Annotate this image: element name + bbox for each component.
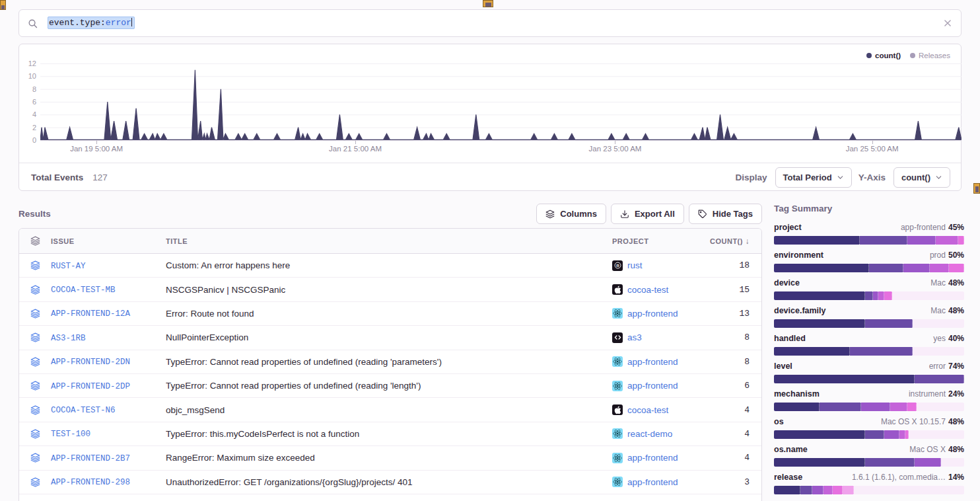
tag-bar-segment[interactable] bbox=[843, 486, 854, 494]
export-all-button[interactable]: Export All bbox=[611, 204, 684, 224]
tag-bar-segment[interactable] bbox=[865, 291, 873, 300]
tag-bar-segment[interactable] bbox=[774, 430, 865, 439]
tag-bar-segment[interactable] bbox=[820, 403, 861, 411]
column-header-project[interactable]: PROJECT bbox=[612, 237, 693, 245]
tag-distribution-bar[interactable] bbox=[774, 264, 964, 272]
tag-name: handled bbox=[774, 334, 806, 343]
legend-label: Releases bbox=[919, 52, 950, 59]
tag-bar-segment[interactable] bbox=[907, 236, 936, 245]
legend-item[interactable]: count() bbox=[866, 52, 901, 59]
tag-bar-segment[interactable] bbox=[869, 264, 903, 272]
column-header-title[interactable]: TITLE bbox=[166, 237, 612, 245]
project-link[interactable]: as3 bbox=[627, 332, 642, 342]
stack-icon bbox=[30, 477, 40, 487]
tag-bar-segment[interactable] bbox=[930, 264, 949, 272]
tag-bar-segment[interactable] bbox=[958, 236, 964, 245]
tag-bar-segment[interactable] bbox=[884, 291, 892, 300]
tag-bar-segment[interactable] bbox=[833, 486, 842, 494]
display-dropdown[interactable]: Total Period bbox=[775, 167, 852, 188]
tag-bar-segment[interactable] bbox=[774, 458, 865, 467]
tag-bar-segment[interactable] bbox=[878, 291, 884, 300]
tag-distribution-bar[interactable] bbox=[774, 458, 964, 467]
issue-link[interactable]: APP-FRONTEND-2B7 bbox=[51, 454, 130, 463]
search-bar[interactable]: event.type:error bbox=[18, 9, 962, 37]
tag-bar-segment[interactable] bbox=[850, 347, 913, 356]
issue-link[interactable]: COCOA-TEST-N6 bbox=[51, 406, 116, 415]
tag-distribution-bar[interactable] bbox=[774, 236, 964, 245]
tag-bar-segment[interactable] bbox=[915, 375, 964, 383]
table-row: APP-FRONTEND-2B7RangeError: Maximum size… bbox=[19, 446, 761, 470]
project-link[interactable]: app-frontend bbox=[627, 309, 678, 319]
event-count: 4 bbox=[693, 453, 761, 463]
tag-bar-segment[interactable] bbox=[865, 458, 915, 467]
column-header-issue[interactable]: ISSUE bbox=[51, 237, 166, 245]
tag-bar-segment[interactable] bbox=[884, 430, 899, 439]
tag-bar-segment[interactable] bbox=[890, 403, 907, 411]
results-table: ISSUETITLEPROJECTCOUNT() ↓RUST-AYCustom:… bbox=[18, 228, 762, 501]
tag-distribution-bar[interactable] bbox=[774, 291, 964, 300]
issue-link[interactable]: RUST-AY bbox=[51, 262, 86, 271]
tag-bar-segment[interactable] bbox=[774, 291, 865, 300]
tag-bar-segment[interactable] bbox=[774, 347, 850, 356]
table-row: APP-FRONTEND-298UnauthorizedError: GET /… bbox=[19, 471, 761, 494]
issue-link[interactable]: APP-FRONTEND-298 bbox=[51, 478, 130, 487]
tag-distribution-bar[interactable] bbox=[774, 319, 964, 328]
tag-distribution-bar[interactable] bbox=[774, 403, 964, 411]
project-link[interactable]: app-frontend bbox=[627, 357, 678, 367]
hide-tags-button[interactable]: Hide Tags bbox=[689, 204, 762, 224]
tag-bar-segment[interactable] bbox=[774, 486, 800, 494]
issue-link[interactable]: APP-FRONTEND-12A bbox=[51, 309, 130, 319]
close-icon[interactable] bbox=[943, 19, 952, 28]
tag-bar-segment[interactable] bbox=[907, 403, 917, 411]
project-link[interactable]: app-frontend bbox=[627, 381, 678, 391]
columns-button[interactable]: Columns bbox=[536, 204, 606, 224]
tag-distribution-bar[interactable] bbox=[774, 347, 964, 356]
tag-distribution-bar[interactable] bbox=[774, 430, 964, 439]
react-project-icon bbox=[612, 428, 623, 439]
tag-bar-segment[interactable] bbox=[865, 430, 884, 439]
tag-bar-segment[interactable] bbox=[903, 264, 930, 272]
issue-link[interactable]: AS3-1RB bbox=[51, 334, 86, 343]
tag-distribution-bar[interactable] bbox=[774, 486, 964, 494]
tag-bar-segment[interactable] bbox=[873, 291, 879, 300]
tag-bar-segment[interactable] bbox=[905, 430, 909, 439]
issue-link[interactable]: TEST-100 bbox=[51, 430, 90, 439]
tag-bar-segment[interactable] bbox=[800, 486, 812, 494]
tag-bar-segment[interactable] bbox=[812, 486, 823, 494]
issue-link[interactable]: APP-FRONTEND-2DN bbox=[51, 358, 130, 367]
issue-link[interactable]: COCOA-TEST-MB bbox=[51, 286, 116, 295]
tag-bar-segment[interactable] bbox=[774, 264, 869, 272]
tag-bar-segment[interactable] bbox=[936, 236, 959, 245]
tag-bar-segment[interactable] bbox=[861, 403, 890, 411]
tag-top-value: error74% bbox=[929, 362, 964, 371]
tag-bar-segment[interactable] bbox=[774, 403, 820, 411]
legend-label: count() bbox=[875, 52, 901, 59]
tag-bar-segment[interactable] bbox=[860, 236, 907, 245]
event-count: 4 bbox=[693, 405, 761, 415]
y-axis-dropdown[interactable]: count() bbox=[893, 167, 950, 188]
project-link[interactable]: rust bbox=[627, 260, 643, 270]
events-chart-panel: count()Releases 024681012 Jan 19 5:00 AM… bbox=[18, 44, 962, 191]
tag-distribution-bar[interactable] bbox=[774, 375, 964, 383]
tag-bar-segment[interactable] bbox=[774, 375, 915, 383]
project-link[interactable]: app-frontend bbox=[627, 453, 678, 463]
tag-bar-segment[interactable] bbox=[774, 236, 860, 245]
search-input[interactable]: event.type:error bbox=[48, 17, 943, 30]
project-link[interactable]: react-demo bbox=[627, 429, 672, 439]
event-count-area-chart[interactable] bbox=[40, 63, 962, 141]
button-label: Export All bbox=[635, 209, 675, 219]
project-link[interactable]: cocoa-test bbox=[627, 285, 668, 295]
column-header-count[interactable]: COUNT() ↓ bbox=[693, 237, 761, 246]
tag-bar-segment[interactable] bbox=[949, 264, 964, 272]
tag-bar-segment[interactable] bbox=[915, 458, 941, 467]
legend-item[interactable]: Releases bbox=[910, 52, 950, 59]
stack-icon bbox=[30, 260, 40, 270]
issue-link[interactable]: APP-FRONTEND-2DP bbox=[51, 382, 130, 391]
tag-bar-segment[interactable] bbox=[774, 319, 865, 328]
project-link[interactable]: cocoa-test bbox=[627, 405, 668, 415]
tag-name: level bbox=[774, 362, 792, 371]
tag-bar-segment[interactable] bbox=[865, 319, 913, 328]
tag-bar-segment[interactable] bbox=[823, 486, 833, 494]
project-link[interactable]: app-frontend bbox=[627, 477, 678, 487]
tag-bar-segment[interactable] bbox=[899, 430, 905, 439]
